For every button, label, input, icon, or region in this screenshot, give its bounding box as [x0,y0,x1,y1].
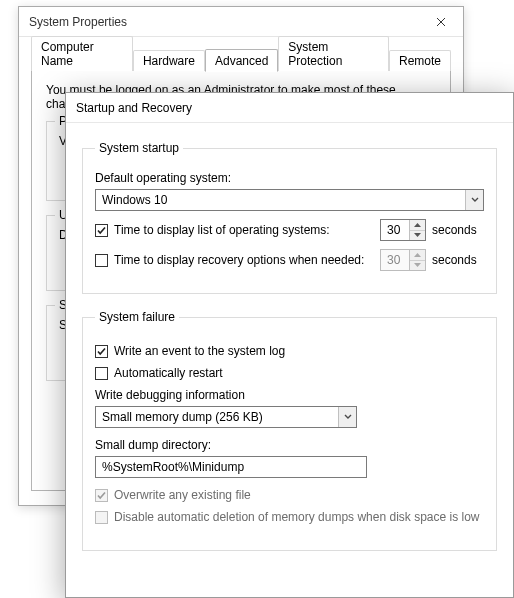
sysprops-titlebar: System Properties [19,7,463,37]
write-debug-label: Write debugging information [95,388,484,402]
time-recovery-value: 30 [387,253,400,267]
seconds-label-1: seconds [432,223,484,237]
startup-recovery-dialog: Startup and Recovery System startup Defa… [65,92,514,598]
chevron-down-icon [465,190,483,210]
time-list-label: Time to display list of operating system… [114,223,330,237]
close-button[interactable] [418,7,463,37]
seconds-label-2: seconds [432,253,484,267]
time-recovery-checkbox[interactable] [95,254,108,267]
tabstrip: Computer Name Hardware Advanced System P… [31,47,451,71]
debug-info-value: Small memory dump (256 KB) [102,410,263,424]
time-list-checkbox[interactable] [95,224,108,237]
tab-remote[interactable]: Remote [389,50,451,71]
time-list-spin[interactable]: 30 [380,219,426,241]
system-failure-section: System failure Write an event to the sys… [82,310,497,551]
time-recovery-spin: 30 [380,249,426,271]
time-list-value: 30 [387,223,400,237]
overwrite-checkbox [95,489,108,502]
system-startup-section: System startup Default operating system:… [82,141,497,294]
dump-dir-value: %SystemRoot%\Minidump [102,460,244,474]
spin-down-icon [410,260,425,271]
sysprops-title: System Properties [29,15,418,29]
tab-hardware[interactable]: Hardware [133,50,205,71]
default-os-value: Windows 10 [102,193,167,207]
tab-system-protection[interactable]: System Protection [278,36,389,71]
time-recovery-label: Time to display recovery options when ne… [114,253,364,267]
chevron-down-icon [338,407,356,427]
disable-deletion-label: Disable automatic deletion of memory dum… [114,510,480,524]
debug-info-combo[interactable]: Small memory dump (256 KB) [95,406,357,428]
write-event-label: Write an event to the system log [114,344,285,358]
default-os-label: Default operating system: [95,171,484,185]
startup-titlebar: Startup and Recovery [66,93,513,123]
disable-deletion-checkbox [95,511,108,524]
overwrite-label: Overwrite any existing file [114,488,251,502]
dump-dir-label: Small dump directory: [95,438,484,452]
spin-down-icon[interactable] [410,230,425,241]
dump-dir-input[interactable]: %SystemRoot%\Minidump [95,456,367,478]
default-os-combo[interactable]: Windows 10 [95,189,484,211]
system-failure-legend: System failure [95,310,179,324]
tab-computer-name[interactable]: Computer Name [31,36,133,71]
close-icon [436,17,446,27]
spin-up-icon[interactable] [410,220,425,230]
auto-restart-label: Automatically restart [114,366,223,380]
auto-restart-checkbox[interactable] [95,367,108,380]
startup-title: Startup and Recovery [76,101,192,115]
write-event-checkbox[interactable] [95,345,108,358]
tab-advanced[interactable]: Advanced [205,49,278,72]
system-startup-legend: System startup [95,141,183,155]
spin-up-icon [410,250,425,260]
